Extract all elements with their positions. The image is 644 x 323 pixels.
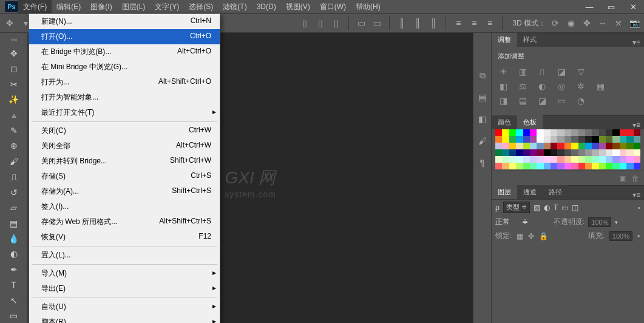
- panel-menu-icon[interactable]: ▾≡: [629, 191, 644, 199]
- swatch[interactable]: [544, 143, 551, 149]
- tab-channels[interactable]: 通道: [517, 185, 543, 199]
- swatch[interactable]: [557, 143, 564, 149]
- swatch[interactable]: [557, 129, 564, 136]
- swatch[interactable]: [626, 143, 633, 149]
- swatch[interactable]: [626, 149, 633, 156]
- 3d-pan-icon[interactable]: ✥: [581, 17, 593, 29]
- swatch[interactable]: [537, 129, 543, 136]
- swatch[interactable]: [516, 136, 523, 143]
- menu-h[interactable]: 帮助(H): [351, 0, 385, 14]
- swatch[interactable]: [585, 143, 592, 149]
- swatch[interactable]: [509, 163, 516, 169]
- swatch[interactable]: [626, 136, 633, 143]
- exposure-icon[interactable]: ◪: [556, 67, 567, 76]
- menu-item[interactable]: 导入(M)▸: [29, 266, 220, 281]
- swatch[interactable]: [509, 143, 516, 149]
- menu-item[interactable]: 打开(O)...Ctrl+O: [29, 29, 220, 44]
- distribute-icon[interactable]: ║: [412, 17, 424, 29]
- swatch[interactable]: [557, 136, 564, 143]
- menu-item[interactable]: 存储(S)Ctrl+S: [29, 169, 220, 184]
- menu-item[interactable]: 脚本(R)▸: [29, 314, 220, 323]
- swatch[interactable]: [551, 156, 557, 163]
- balance-icon[interactable]: ⚖: [517, 81, 528, 91]
- marquee-tool-icon[interactable]: ◻: [7, 61, 21, 75]
- swatch[interactable]: [516, 149, 523, 156]
- swatch[interactable]: [571, 156, 578, 163]
- menu-item[interactable]: 在 Bridge 中浏览(B)...Alt+Ctrl+O: [29, 44, 220, 59]
- tab-layers[interactable]: 图层: [492, 185, 517, 199]
- swatch[interactable]: [564, 149, 571, 156]
- lock-all-icon[interactable]: 🔒: [539, 232, 548, 240]
- swatch[interactable]: [530, 156, 537, 163]
- swatch[interactable]: [585, 136, 592, 143]
- stamp-tool-icon[interactable]: ⎍: [7, 170, 21, 184]
- maximize-button[interactable]: ▭: [600, 0, 622, 13]
- swatch[interactable]: [634, 129, 640, 136]
- blur-tool-icon[interactable]: 💧: [7, 231, 21, 245]
- swatch[interactable]: [626, 156, 633, 163]
- pen-tool-icon[interactable]: ✒: [7, 262, 21, 276]
- swatch[interactable]: [578, 149, 585, 156]
- swatch[interactable]: [530, 149, 537, 156]
- swatch[interactable]: [523, 129, 530, 136]
- panel-menu-icon[interactable]: ▾≡: [629, 38, 644, 47]
- swatch[interactable]: [530, 129, 537, 136]
- swatch[interactable]: [502, 136, 509, 143]
- menu-item[interactable]: 打开为智能对象...: [29, 90, 220, 105]
- swatch[interactable]: [537, 143, 543, 149]
- swatch[interactable]: [530, 163, 537, 169]
- swatch[interactable]: [564, 129, 571, 136]
- swatch[interactable]: [612, 136, 619, 143]
- swatch[interactable]: [557, 156, 564, 163]
- menu-w[interactable]: 窗口(W): [315, 0, 351, 14]
- 3d-slide-icon[interactable]: ↔: [597, 17, 609, 29]
- swatch[interactable]: [606, 156, 612, 163]
- swatch[interactable]: [495, 143, 502, 149]
- swatch[interactable]: [544, 129, 551, 136]
- swatch[interactable]: [634, 149, 640, 156]
- swatch[interactable]: [551, 149, 557, 156]
- actions-icon[interactable]: ▤: [476, 91, 489, 103]
- crop-tool-icon[interactable]: ⟁: [7, 108, 21, 122]
- menu-y[interactable]: 文字(Y): [150, 0, 184, 14]
- bw-icon[interactable]: ◐: [537, 81, 547, 91]
- swatch[interactable]: [544, 149, 551, 156]
- align-icon[interactable]: ▯: [299, 17, 311, 29]
- tab-swatches[interactable]: 色板: [517, 115, 543, 129]
- swatch[interactable]: [495, 136, 502, 143]
- swatch[interactable]: [578, 136, 585, 143]
- collapse-icon[interactable]: ◂◂: [11, 36, 17, 42]
- swatch[interactable]: [612, 129, 619, 136]
- paragraph-icon[interactable]: ¶: [476, 157, 489, 169]
- swatch[interactable]: [571, 149, 578, 156]
- brightness-icon[interactable]: ☀: [498, 67, 509, 76]
- heal-tool-icon[interactable]: ⊕: [7, 139, 21, 153]
- swatch[interactable]: [564, 156, 571, 163]
- swatch[interactable]: [606, 143, 612, 149]
- align-icon[interactable]: ▯: [330, 17, 342, 29]
- swatch[interactable]: [606, 129, 612, 136]
- lock-pixels-icon[interactable]: ▦: [517, 232, 523, 240]
- menu-s[interactable]: 选择(S): [184, 0, 218, 14]
- menu-item[interactable]: 签入(I)...: [29, 199, 220, 214]
- filter-smart-icon[interactable]: ◫: [572, 203, 578, 212]
- swatch[interactable]: [612, 163, 619, 169]
- align-icon[interactable]: ▯: [314, 17, 327, 29]
- channel-mixer-icon[interactable]: ✲: [575, 81, 586, 91]
- type-tool-icon[interactable]: T: [7, 278, 21, 292]
- filter-shape-icon[interactable]: ▭: [561, 203, 568, 212]
- swatch[interactable]: [495, 156, 502, 163]
- curves-icon[interactable]: ⎍: [537, 67, 547, 76]
- swatch[interactable]: [495, 163, 502, 169]
- swatch[interactable]: [495, 149, 502, 156]
- brush-presets-icon[interactable]: 🖌: [476, 135, 489, 147]
- swatch[interactable]: [571, 136, 578, 143]
- swatch[interactable]: [523, 163, 530, 169]
- close-button[interactable]: ✕: [622, 0, 644, 13]
- swatch[interactable]: [571, 129, 578, 136]
- swatch[interactable]: [509, 149, 516, 156]
- swatch[interactable]: [620, 149, 626, 156]
- swatch[interactable]: [551, 143, 557, 149]
- lock-position-icon[interactable]: ✜: [528, 232, 534, 240]
- new-swatch-icon[interactable]: ▣: [619, 174, 626, 183]
